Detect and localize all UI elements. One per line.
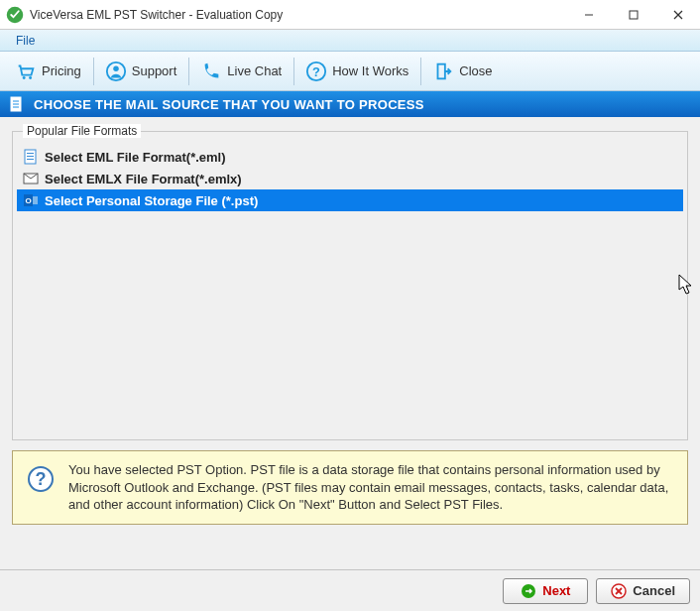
svg-text:O: O (25, 196, 31, 205)
toolbar-separator (188, 58, 189, 85)
support-label: Support (132, 63, 177, 78)
toolbar-separator (293, 58, 294, 85)
format-pst-label: Select Personal Storage File (*.pst) (45, 193, 258, 208)
info-icon: ? (27, 465, 55, 493)
formats-groupbox: Popular File Formats Select EML File For… (12, 131, 688, 440)
svg-rect-17 (27, 153, 34, 154)
next-button[interactable]: Next (503, 578, 588, 604)
svg-point-5 (23, 75, 26, 78)
support-button[interactable]: Support (96, 56, 186, 87)
info-text: You have selected PST Option. PST file i… (68, 461, 673, 514)
svg-point-6 (29, 75, 32, 78)
toolbar: Pricing Support Live Chat ? How It Works… (0, 52, 700, 91)
live-chat-button[interactable]: Live Chat (191, 56, 291, 87)
footer: Next Cancel (0, 569, 700, 611)
cancel-button[interactable]: Cancel (596, 578, 690, 604)
pricing-label: Pricing (42, 63, 81, 78)
svg-point-8 (113, 65, 119, 71)
main-area: Popular File Formats Select EML File For… (0, 117, 700, 533)
live-chat-label: Live Chat (227, 63, 282, 78)
toolbar-close-label: Close (459, 63, 492, 78)
minimize-button[interactable] (566, 0, 611, 30)
section-header: CHOOSE THE MAIL SOURCE THAT YOU WANT TO … (0, 91, 700, 117)
window-controls (566, 0, 700, 30)
svg-rect-2 (630, 11, 638, 19)
window-title: ViceVersa EML PST Switcher - Evaluation … (30, 8, 566, 22)
info-panel: ? You have selected PST Option. PST file… (12, 450, 688, 525)
format-item-eml[interactable]: Select EML File Format(*.eml) (17, 146, 683, 168)
person-icon (105, 61, 127, 82)
maximize-button[interactable] (611, 0, 655, 30)
format-item-pst[interactable]: O Select Personal Storage File (*.pst) (17, 189, 683, 211)
svg-rect-19 (27, 159, 34, 160)
cancel-icon (611, 583, 627, 599)
app-icon (6, 6, 24, 24)
formats-list: Select EML File Format(*.eml) Select EML… (17, 146, 683, 211)
format-eml-label: Select EML File Format(*.eml) (45, 150, 226, 165)
envelope-icon (23, 171, 39, 186)
toolbar-separator (420, 58, 421, 85)
menu-file[interactable]: File (10, 32, 41, 50)
svg-rect-11 (438, 63, 445, 78)
next-label: Next (542, 583, 570, 598)
how-it-works-label: How It Works (332, 63, 408, 78)
question-icon: ? (305, 61, 327, 82)
format-item-emlx[interactable]: Select EMLX File Format(*.emlx) (17, 168, 683, 189)
menubar: File (0, 30, 700, 52)
titlebar: ViceVersa EML PST Switcher - Evaluation … (0, 0, 700, 30)
door-icon (432, 61, 454, 82)
format-emlx-label: Select EMLX File Format(*.emlx) (45, 172, 242, 186)
close-window-button[interactable] (655, 0, 700, 30)
svg-rect-23 (33, 196, 38, 204)
document-icon (8, 96, 24, 112)
svg-rect-18 (27, 156, 34, 157)
cancel-label: Cancel (633, 583, 675, 598)
svg-text:?: ? (312, 63, 320, 78)
pricing-button[interactable]: Pricing (6, 56, 90, 87)
toolbar-close-button[interactable]: Close (423, 56, 501, 87)
outlook-icon: O (23, 192, 39, 208)
phone-icon (200, 61, 222, 82)
toolbar-separator (93, 58, 94, 85)
arrow-right-icon (521, 583, 536, 599)
svg-text:?: ? (36, 469, 47, 489)
file-eml-icon (23, 149, 39, 165)
section-header-text: CHOOSE THE MAIL SOURCE THAT YOU WANT TO … (34, 97, 424, 112)
groupbox-legend: Popular File Formats (23, 124, 141, 138)
cart-icon (15, 61, 37, 82)
how-it-works-button[interactable]: ? How It Works (296, 56, 417, 87)
